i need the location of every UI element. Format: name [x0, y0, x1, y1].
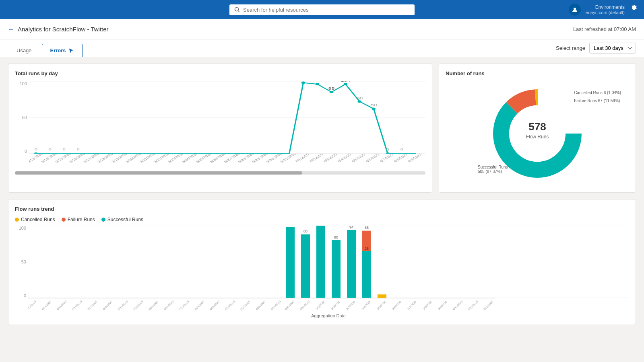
env-name: enayu.com (default) — [586, 10, 625, 15]
svg-point-9 — [330, 91, 334, 93]
svg-text:8/13/2020: 8/13/2020 — [28, 300, 37, 311]
gear-icon[interactable] — [630, 5, 638, 15]
svg-text:8/22/2020: 8/22/2020 — [163, 300, 174, 311]
svg-text:9/2/2020: 9/2/2020 — [308, 154, 324, 163]
bar-y-axis: 100 50 0 — [15, 226, 26, 298]
svg-point-11 — [358, 100, 362, 103]
svg-point-8 — [316, 83, 320, 85]
bar-chart-area: 100 50 0 98 — [15, 226, 629, 318]
x-axis-dates: 8/13/2020 8/14/2020 8/15/2020 8/16/2020 … — [29, 154, 425, 170]
scrollbar[interactable] — [15, 171, 425, 175]
bar-group-830: 98 — [286, 226, 295, 298]
tab-errors[interactable]: Errors — [42, 44, 83, 57]
svg-text:8/23/2020: 8/23/2020 — [179, 300, 190, 311]
svg-text:8/14/2020: 8/14/2020 — [41, 300, 52, 311]
flow-runs-trend-card: Flow runs trend Cancelled Runs Failure R… — [8, 199, 636, 325]
svg-rect-58 — [316, 226, 325, 298]
svg-text:8/31/2020: 8/31/2020 — [299, 300, 310, 311]
svg-text:9/4/2020: 9/4/2020 — [361, 300, 371, 310]
svg-text:9/3/2020: 9/3/2020 — [346, 300, 355, 310]
svg-text:9/6/2020: 9/6/2020 — [392, 300, 401, 310]
svg-text:8/17/2020: 8/17/2020 — [87, 300, 98, 311]
legend-cancelled: Cancelled Runs — [15, 217, 55, 222]
search-input[interactable] — [243, 7, 410, 13]
x-axis-title: Aggregation Date — [28, 313, 629, 318]
number-of-runs-title: Number of runs — [446, 70, 629, 76]
scrollbar-thumb — [15, 171, 302, 175]
svg-text:9/8/2020: 9/8/2020 — [422, 300, 432, 310]
legend-label-failure: Failure Runs — [68, 217, 95, 222]
number-of-runs-card: Number of runs 578 Flow Runs Cancelle — [439, 64, 636, 193]
svg-text:9/5/2020: 9/5/2020 — [351, 154, 366, 163]
svg-text:8/24/2020: 8/24/2020 — [194, 300, 205, 311]
cursor-icon — [68, 48, 74, 53]
back-button[interactable]: ← — [8, 26, 14, 33]
environment-info: Environments enayu.com (default) — [586, 4, 625, 15]
legend-dot-successful — [101, 218, 105, 222]
svg-text:9/9/2020: 9/9/2020 — [407, 154, 423, 163]
svg-text:8/29/2020: 8/29/2020 — [270, 300, 281, 311]
legend-dot-failure — [62, 218, 66, 222]
tab-usage[interactable]: Usage — [8, 44, 40, 57]
line-chart-svg: 98 104 95 104 88 80 0 0 0 0 0 0 — [29, 81, 425, 154]
legend-label-successful: Successful Runs — [107, 217, 143, 222]
search-box[interactable] — [229, 4, 415, 15]
legend-label-cancelled: Cancelled Runs — [21, 217, 55, 222]
svg-text:65: 65 — [365, 226, 369, 230]
svg-text:9/9/2020: 9/9/2020 — [438, 300, 447, 310]
line-chart-area: 100 50 0 — [15, 81, 425, 170]
svg-point-7 — [301, 82, 305, 84]
breadcrumb: ← Analytics for ScratchFlow - Twitter — [8, 26, 109, 33]
top-bar-right: Environments enayu.com (default) — [569, 4, 638, 16]
svg-text:9/5/2020: 9/5/2020 — [376, 300, 386, 310]
bar-y-100: 100 — [15, 226, 26, 230]
bar-group-93: 94 — [347, 226, 356, 298]
top-bar: Environments enayu.com (default) — [0, 0, 644, 19]
y-label-100: 100 — [15, 81, 27, 86]
svg-text:98: 98 — [288, 226, 292, 226]
svg-rect-64 — [362, 251, 371, 298]
svg-text:8/25/2020: 8/25/2020 — [209, 300, 220, 311]
svg-text:80: 80 — [370, 103, 377, 107]
svg-text:9/3/2020: 9/3/2020 — [322, 154, 338, 163]
x-axis-svg: 8/13/2020 8/14/2020 8/15/2020 8/16/2020 … — [29, 154, 425, 170]
legend-successful: Successful Runs — [101, 217, 143, 222]
legend-successful-runs-count: 505 (87.37%) — [478, 169, 508, 174]
legend-successful-runs: Successful Runs — [478, 165, 508, 169]
tabs-area: Usage Errors Select range Last 7 days La… — [0, 39, 644, 57]
donut-legend-top: Cancelled Runs 6 (1.04%) Failure Runs 67… — [574, 89, 621, 105]
svg-text:0: 0 — [386, 147, 389, 151]
svg-point-12 — [372, 107, 376, 110]
line-chart-polyline — [36, 83, 416, 154]
svg-text:9/1/2020: 9/1/2020 — [315, 300, 325, 310]
page-title: Analytics for ScratchFlow - Twitter — [18, 26, 109, 33]
legend-failure: Failure Runs — [62, 217, 95, 222]
svg-text:8/15/2020: 8/15/2020 — [56, 300, 67, 311]
svg-rect-56 — [301, 234, 310, 298]
svg-text:88: 88 — [356, 96, 363, 101]
svg-text:9/8/2020: 9/8/2020 — [393, 154, 409, 163]
bar-group-831: 88 — [301, 229, 310, 298]
svg-text:9/6/2020: 9/6/2020 — [365, 154, 380, 163]
svg-text:8/30/2020: 8/30/2020 — [284, 300, 295, 311]
svg-text:0: 0 — [400, 147, 403, 151]
svg-text:0: 0 — [35, 147, 37, 151]
donut-legend-bottom: Successful Runs 505 (87.37%) — [478, 165, 508, 174]
bar-group-95 — [378, 294, 386, 298]
sub-header: ← Analytics for ScratchFlow - Twitter La… — [0, 19, 644, 39]
svg-text:88: 88 — [303, 229, 308, 233]
legend: Cancelled Runs Failure Runs Successful R… — [15, 217, 629, 222]
svg-text:28: 28 — [365, 247, 369, 251]
svg-text:104: 104 — [313, 81, 322, 82]
avatar-icon — [569, 4, 581, 16]
range-selector: Select range Last 7 days Last 14 days La… — [556, 43, 636, 57]
svg-text:9/1/2020: 9/1/2020 — [294, 154, 310, 163]
total-runs-chart-card: Total runs by day 100 50 0 — [8, 64, 432, 193]
legend-dot-cancelled — [15, 218, 19, 222]
svg-text:0: 0 — [77, 147, 80, 151]
bar-chart-svg: 98 88 104 80 — [28, 226, 495, 318]
main-content: Total runs by day 100 50 0 — [0, 57, 644, 331]
svg-line-1 — [238, 11, 240, 12]
bar-y-50: 50 — [15, 259, 26, 264]
range-dropdown[interactable]: Last 7 days Last 14 days Last 30 days La… — [589, 43, 636, 53]
